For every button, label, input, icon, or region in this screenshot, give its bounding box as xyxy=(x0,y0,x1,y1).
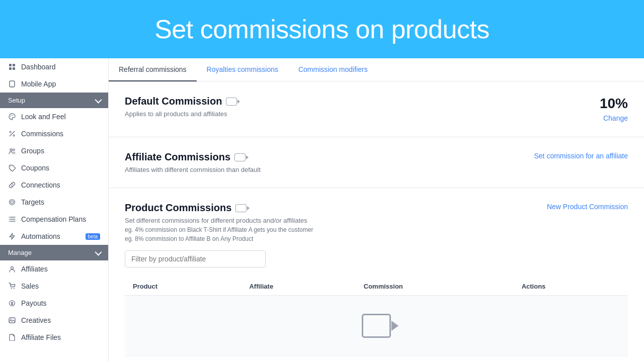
main-content: Referral commissions Royalties commissio… xyxy=(109,58,644,362)
eg-text-1: eg. 4% commission on Black T-Shirt if Af… xyxy=(125,226,313,233)
default-commission-desc: Applies to all products and affiliates xyxy=(125,110,600,118)
sidebar-item-affiliate-files[interactable]: Affiliate Files xyxy=(0,329,108,346)
svg-point-24 xyxy=(11,266,14,269)
column-affiliate: Affiliate xyxy=(241,278,355,296)
link-icon xyxy=(8,181,16,189)
sidebar-item-label: Commissions xyxy=(21,130,63,138)
set-commission-link[interactable]: Set commission for an affiliate xyxy=(534,152,628,160)
product-commission-title: Product Commissions xyxy=(125,202,313,214)
sidebar-item-look-and-feel[interactable]: Look and Feel xyxy=(0,108,108,125)
svg-point-10 xyxy=(10,131,11,133)
sidebar-item-label: Compensation Plans xyxy=(21,215,86,223)
phone-icon xyxy=(8,80,16,88)
sidebar-item-compensation-plans[interactable]: Compensation Plans xyxy=(0,211,108,228)
svg-point-14 xyxy=(11,166,12,167)
setup-section-label: Setup xyxy=(8,97,25,104)
default-commission-value-area: 10% Change xyxy=(600,96,628,123)
sidebar-item-label: Dashboard xyxy=(21,63,56,71)
affiliate-commission-info: Affiliate Commissions Affiliates with di… xyxy=(125,151,534,173)
sidebar-item-sales[interactable]: Sales xyxy=(0,278,108,295)
svg-point-23 xyxy=(9,221,10,222)
tab-royalties[interactable]: Royalties commissions xyxy=(197,58,288,81)
svg-point-8 xyxy=(13,115,14,116)
svg-point-22 xyxy=(9,219,10,220)
sidebar-item-connections[interactable]: Connections xyxy=(0,176,108,194)
sidebar-item-dashboard[interactable]: Dashboard xyxy=(0,58,108,75)
svg-point-13 xyxy=(13,149,15,151)
svg-point-11 xyxy=(13,135,15,136)
sidebar-item-creatives[interactable]: Creatives xyxy=(0,312,108,329)
sidebar-item-label: Sales xyxy=(21,282,39,290)
chevron-down-icon xyxy=(95,248,102,255)
svg-rect-3 xyxy=(13,67,15,70)
grid-icon xyxy=(8,63,16,71)
svg-rect-1 xyxy=(13,64,15,66)
svg-point-12 xyxy=(10,148,12,150)
product-section-header: Product Commissions Set different commis… xyxy=(125,202,628,242)
change-link[interactable]: Change xyxy=(603,114,628,122)
sidebar-item-affiliates[interactable]: Affiliates xyxy=(0,260,108,278)
sidebar-item-label: Automations xyxy=(21,232,60,240)
affiliate-commission-section: Affiliate Commissions Affiliates with di… xyxy=(109,137,644,188)
default-commission-title: Default Commission xyxy=(125,96,600,107)
sidebar-item-label: Mobile App xyxy=(21,80,56,88)
sidebar-item-label: Coupons xyxy=(21,164,49,172)
default-commission-section: Default Commission Applies to all produc… xyxy=(109,81,644,137)
zap-icon xyxy=(8,232,16,240)
beta-badge: beta xyxy=(86,233,100,240)
video-icon-2 xyxy=(234,153,246,161)
commission-value: 10% xyxy=(600,96,628,112)
svg-point-26 xyxy=(14,288,15,289)
table-empty-cell xyxy=(125,296,628,356)
svg-rect-28 xyxy=(9,318,15,323)
product-commission-desc: Set different commissions for different … xyxy=(125,217,313,224)
product-section-info: Product Commissions Set different commis… xyxy=(125,202,313,242)
sidebar-item-payouts[interactable]: Payouts xyxy=(0,295,108,312)
svg-line-9 xyxy=(10,131,15,136)
svg-point-17 xyxy=(12,202,13,203)
svg-rect-0 xyxy=(9,64,12,66)
svg-point-5 xyxy=(12,85,13,86)
product-commissions-table: Product Affiliate Commission Actions xyxy=(125,278,628,356)
sidebar-item-commissions[interactable]: Commissions xyxy=(0,125,108,142)
new-product-commission-link[interactable]: New Product Commission xyxy=(547,203,628,211)
sidebar-item-label: Targets xyxy=(21,198,44,206)
sidebar-item-mobile-app[interactable]: Mobile App xyxy=(0,75,108,93)
sidebar-item-automations[interactable]: Automations beta xyxy=(0,228,108,245)
dollar-icon xyxy=(8,299,16,307)
column-product: Product xyxy=(125,278,241,296)
product-commission-section: Product Commissions Set different commis… xyxy=(109,188,644,362)
image-icon xyxy=(8,316,16,324)
video-icon-3 xyxy=(235,204,247,212)
sidebar-item-targets[interactable]: Targets xyxy=(0,194,108,211)
cart-icon xyxy=(8,282,16,290)
tag-icon xyxy=(8,164,16,172)
sidebar-item-label: Creatives xyxy=(21,316,51,324)
sidebar-item-coupons[interactable]: Coupons xyxy=(0,159,108,176)
sidebar-manage-section[interactable]: Manage xyxy=(0,245,108,260)
table-empty-row xyxy=(125,296,628,356)
new-product-commission-area: New Product Commission xyxy=(547,202,628,211)
tab-modifiers[interactable]: Commission modifiers xyxy=(288,58,378,81)
percent-icon xyxy=(8,130,16,138)
affiliate-commission-title: Affiliate Commissions xyxy=(125,151,534,163)
column-commission: Commission xyxy=(356,278,514,296)
page-header: Set commissions on products xyxy=(0,0,644,58)
svg-point-7 xyxy=(11,115,12,116)
users2-icon xyxy=(8,265,16,273)
sidebar-item-groups[interactable]: Groups xyxy=(0,142,108,159)
svg-point-21 xyxy=(9,217,10,218)
commission-tabs: Referral commissions Royalties commissio… xyxy=(109,58,644,81)
sidebar-setup-section[interactable]: Setup xyxy=(0,93,108,108)
sidebar-item-label: Payouts xyxy=(21,299,47,307)
filter-input[interactable] xyxy=(125,250,266,267)
eg-text-2: eg. 8% commission to Affiliate B on Any … xyxy=(125,235,313,242)
sidebar-item-label: Look and Feel xyxy=(21,113,66,121)
sidebar: Dashboard Mobile App Setup xyxy=(0,58,109,362)
affiliate-commission-desc: Affiliates with different commission tha… xyxy=(125,166,534,173)
affiliate-commission-action: Set commission for an affiliate xyxy=(534,151,628,160)
tab-referral[interactable]: Referral commissions xyxy=(109,58,197,81)
chevron-down-icon xyxy=(95,96,102,103)
default-commission-info: Default Commission Applies to all produc… xyxy=(125,96,600,118)
sidebar-item-label: Affiliate Files xyxy=(21,333,61,341)
